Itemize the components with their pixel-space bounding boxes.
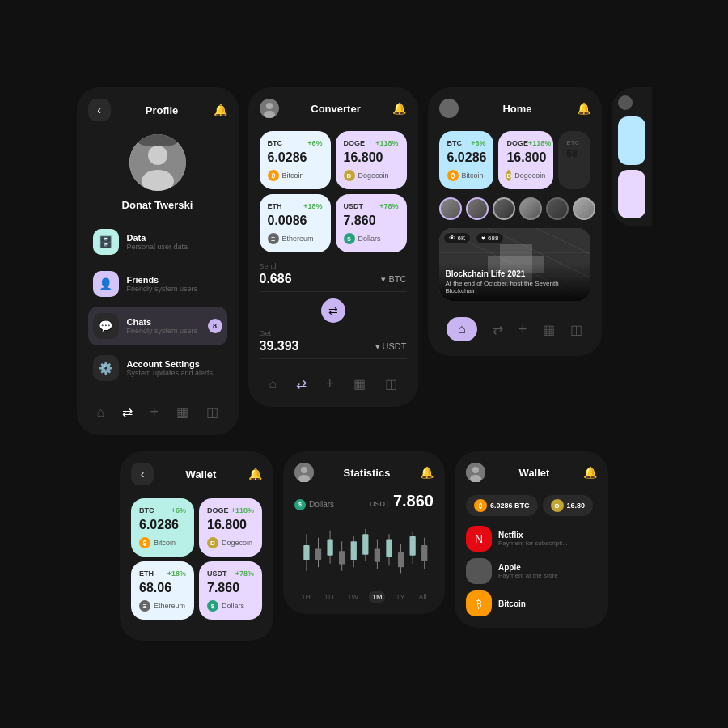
bottom-row: ‹ Wallet 🔔 BTC +6% 6.0286 ₿ Bitcoin DOGE bbox=[120, 451, 608, 641]
stats-currency-label: $ Dollars bbox=[294, 499, 334, 510]
statistics-screen: Statistics 🔔 $ Dollars USDT 7.860 bbox=[283, 451, 445, 614]
usdt-tile[interactable]: USDT +78% 7.860 $ Dollars bbox=[336, 194, 407, 252]
home-doge-val: 16.800 bbox=[506, 150, 545, 165]
home-doge-tile[interactable]: DOGE +118% 16.800 D Dogecoin bbox=[498, 131, 553, 189]
story-5[interactable] bbox=[546, 197, 569, 220]
partial-screen bbox=[612, 87, 652, 226]
tx-apple[interactable]: Apple Payment at the store bbox=[466, 558, 597, 584]
send-amount[interactable]: 0.686 bbox=[260, 272, 292, 286]
doge-pill-text: 16.80 bbox=[567, 502, 586, 510]
stats-bell[interactable]: 🔔 bbox=[420, 466, 434, 479]
menu-item-settings[interactable]: ⚙️ Account Settings System updates and a… bbox=[88, 349, 227, 387]
wallet-eth-tile[interactable]: ETH +18% 68.06 Ξ Ethereum bbox=[131, 561, 194, 620]
btc-tile[interactable]: BTC +6% 6.0286 ₿ Bitcoin bbox=[260, 131, 331, 189]
nav-wallet-icon[interactable]: ◫ bbox=[206, 404, 218, 420]
nav-plus-icon[interactable]: + bbox=[150, 404, 159, 421]
home-nav-chart[interactable]: ▦ bbox=[543, 322, 555, 337]
story-2[interactable] bbox=[466, 197, 489, 220]
w-btc-pct: +6% bbox=[171, 506, 186, 514]
conv-nav-wallet[interactable]: ◫ bbox=[385, 376, 397, 392]
story-1[interactable] bbox=[439, 197, 462, 220]
conv-nav-home[interactable]: ⌂ bbox=[269, 377, 277, 392]
send-section: Send 0.686 ▾ BTC bbox=[260, 262, 407, 292]
home-btc-tile[interactable]: BTC +6% 6.0286 ₿ Bitcoin bbox=[439, 131, 494, 189]
converter-bell[interactable]: 🔔 bbox=[392, 102, 406, 115]
story-4[interactable] bbox=[519, 197, 542, 220]
nav-home-icon: ⌂ bbox=[458, 322, 466, 336]
news-title: Blockchain Life 2021 bbox=[446, 269, 584, 278]
btc-pill[interactable]: ₿ 6.0286 BTC bbox=[466, 495, 538, 516]
home-btc-name: Bitcoin bbox=[462, 171, 484, 180]
story-3[interactable] bbox=[493, 197, 515, 220]
tab-all[interactable]: All bbox=[415, 591, 430, 603]
usdt-name: Dollars bbox=[358, 235, 381, 243]
top-row: ‹ Profile 🔔 Donat Twerski 🗄️ Data Pers bbox=[77, 87, 652, 435]
home-btc-icon: ₿ bbox=[447, 170, 459, 181]
doge-tile[interactable]: DOGE +118% 16.800 D Dogecoin bbox=[336, 131, 407, 189]
wallet-btc-tile[interactable]: BTC +6% 6.0286 ₿ Bitcoin bbox=[131, 498, 194, 557]
menu-label-settings: Account Settings bbox=[127, 359, 222, 369]
home-etc-tile: ETC 68 bbox=[558, 131, 590, 189]
w-doge-val: 16.800 bbox=[207, 518, 254, 532]
w-btc-sym: BTC bbox=[139, 506, 154, 514]
transaction-list: N Netflix Payment for subscripti... Appl… bbox=[466, 526, 597, 616]
conv-nav-chart[interactable]: ▦ bbox=[353, 376, 366, 392]
apple-sub: Payment at the store bbox=[498, 572, 597, 579]
w-eth-name: Ethereum bbox=[154, 602, 185, 610]
menu-text-friends: Friends Friendly system users bbox=[127, 275, 222, 293]
wallet-back-button[interactable]: ‹ bbox=[131, 463, 154, 485]
wallet2-bell[interactable]: 🔔 bbox=[583, 466, 597, 479]
wallet-screen: ‹ Wallet 🔔 BTC +6% 6.0286 ₿ Bitcoin DOGE bbox=[120, 451, 273, 641]
swap-button[interactable]: ⇄ bbox=[321, 298, 345, 323]
news-card[interactable]: 👁 6K ♥ 688 Blockchain Life 2021 At the e… bbox=[439, 228, 590, 301]
bottom-nav: ⌂ ⇄ + ▦ ◫ bbox=[88, 396, 227, 424]
home-nav-swap[interactable]: ⇄ bbox=[493, 322, 503, 337]
wallet-bell[interactable]: 🔔 bbox=[248, 468, 262, 480]
home-crypto-row: BTC +6% 6.0286 ₿ Bitcoin DOGE +118% 16.8… bbox=[439, 131, 590, 189]
svg-point-1 bbox=[148, 146, 167, 165]
wallet-usdt-tile[interactable]: USDT +78% 7.860 $ Dollars bbox=[199, 561, 262, 620]
tab-1w[interactable]: 1W bbox=[344, 591, 362, 603]
tab-1m[interactable]: 1M bbox=[369, 591, 386, 603]
doge-pill[interactable]: D 16.80 bbox=[543, 495, 594, 516]
menu-item-chats[interactable]: 💬 Chats Friendly system users 8 bbox=[88, 307, 227, 345]
nav-swap-icon[interactable]: ⇄ bbox=[122, 404, 133, 420]
tab-1d[interactable]: 1D bbox=[321, 591, 337, 603]
bitcoin-name: Bitcoin bbox=[498, 599, 597, 608]
w-eth-val: 68.06 bbox=[139, 581, 186, 595]
wallet-header: ‹ Wallet 🔔 bbox=[131, 463, 262, 485]
svg-rect-29 bbox=[362, 534, 368, 555]
home-bell[interactable]: 🔔 bbox=[577, 102, 590, 115]
bell-icon[interactable]: 🔔 bbox=[214, 104, 227, 116]
menu-item-friends[interactable]: 👤 Friends Friendly system users bbox=[88, 265, 227, 303]
converter-crypto-grid: BTC +6% 6.0286 ₿ Bitcoin DOGE +118% 16.8… bbox=[260, 131, 407, 252]
wallet-crypto-grid: BTC +6% 6.0286 ₿ Bitcoin DOGE +118% 16.8… bbox=[131, 498, 262, 620]
svg-point-16 bbox=[301, 467, 307, 473]
home-nav-home-active[interactable]: ⌂ bbox=[447, 317, 477, 341]
nav-home-icon[interactable]: ⌂ bbox=[96, 405, 104, 420]
tx-netflix[interactable]: N Netflix Payment for subscripti... bbox=[466, 526, 597, 552]
home-nav-wallet[interactable]: ◫ bbox=[570, 322, 582, 337]
tx-bitcoin[interactable]: ₿ Bitcoin bbox=[466, 590, 597, 616]
home-nav-plus[interactable]: + bbox=[518, 321, 527, 338]
tab-1y[interactable]: 1Y bbox=[392, 591, 408, 603]
tab-1h[interactable]: 1H bbox=[298, 591, 314, 603]
back-button[interactable]: ‹ bbox=[88, 99, 111, 121]
story-6[interactable] bbox=[573, 197, 595, 220]
svg-rect-37 bbox=[409, 536, 415, 556]
conv-nav-swap[interactable]: ⇄ bbox=[296, 376, 307, 392]
wallet-doge-tile[interactable]: DOGE +118% 16.800 D Dogecoin bbox=[199, 498, 262, 557]
doge-val: 16.800 bbox=[344, 150, 399, 165]
eth-name: Ethereum bbox=[282, 235, 314, 243]
nav-chart-icon[interactable]: ▦ bbox=[176, 404, 188, 420]
profile-header: ‹ Profile 🔔 bbox=[88, 99, 227, 121]
menu-item-data[interactable]: 🗄️ Data Personal user data bbox=[88, 222, 227, 261]
eth-tile[interactable]: ETH +18% 0.0086 Ξ Ethereum bbox=[260, 194, 331, 252]
apple-icon bbox=[466, 558, 492, 584]
get-amount[interactable]: 39.393 bbox=[260, 339, 299, 353]
w-doge-sym: DOGE bbox=[207, 506, 229, 514]
conv-nav-plus[interactable]: + bbox=[326, 375, 335, 392]
converter-bottom-nav: ⌂ ⇄ + ▦ ◫ bbox=[260, 367, 407, 396]
svg-rect-35 bbox=[398, 552, 404, 567]
w-usdt-val: 7.860 bbox=[207, 581, 254, 595]
